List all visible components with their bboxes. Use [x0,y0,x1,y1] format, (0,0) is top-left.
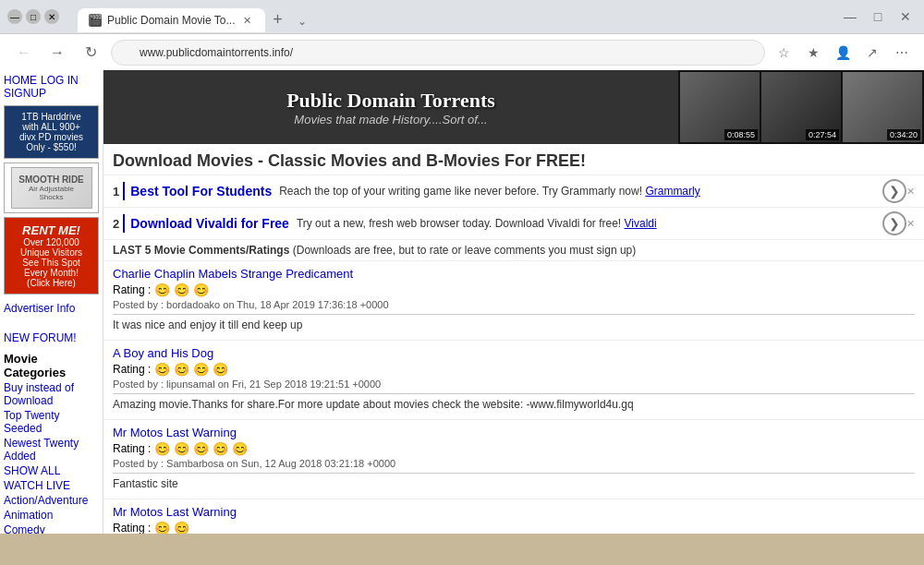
rating-label-2: Rating : [113,363,151,376]
ad-row-1: 1 Best Tool For Students Reach the top o… [103,175,924,208]
window-minimize-icon[interactable]: — [839,6,861,28]
rating-row-1: Rating : 😊 😊 😊 [113,282,915,297]
rating-row-2: Rating : 😊 😊 😊 😊 [113,362,915,377]
sidebar-category-2[interactable]: Newest Twenty Added [4,437,99,463]
ad-arrow-2[interactable]: ❯ [882,211,906,235]
menu-icon[interactable]: ⋯ [891,42,913,64]
movie-categories-heading: Movie Categories [4,352,99,379]
back-button[interactable]: ← [11,40,37,66]
page-wrapper: HOME LOG IN SIGNUP 1TB Harddrive with AL… [0,70,924,534]
bookmark-icon[interactable]: ☆ [772,42,795,64]
film-frame-2: 0:27:54 [761,72,841,142]
star-1b: 😊 [174,282,189,297]
rating-label-3: Rating : [113,442,151,455]
ad-title-1[interactable]: Best Tool For Students [130,184,272,198]
star-icon[interactable]: ★ [802,42,824,64]
hdd-ad[interactable]: 1TB Harddrive with ALL 900+ divx PD movi… [4,105,99,159]
ad-separator-1 [123,182,125,200]
maximize-button[interactable]: □ [26,9,41,24]
rent-title: RENT ME! [10,223,92,237]
sidebar-category-0[interactable]: Buy instead of Download [4,381,99,407]
ad-close-1[interactable]: ✕ [906,186,915,198]
comment-text-2: Amazing movie.Thanks for share.For more … [113,398,915,411]
tab-close-button[interactable]: ✕ [241,14,254,27]
film-duration-2: 0:27:54 [806,129,839,140]
rent-line1: Over 120,000 [10,237,92,247]
comment-meta-1: Posted by : bordadoako on Thu, 18 Apr 20… [113,299,915,310]
ad-row-2: 2 Download Vivaldi for Free Try out a ne… [103,208,924,240]
star-1a: 😊 [154,282,170,297]
hdd-ad-line2: with ALL 900+ [10,122,92,132]
rent-line2: Unique Visitors [10,247,92,258]
title-bar: — □ ✕ 🎬 Public Domain Movie To... ✕ + ⌄ … [0,0,924,33]
sidebar-category-7[interactable]: Comedy [4,523,99,534]
comments-header: LAST 5 Movie Comments/Ratings (Downloads… [103,240,924,261]
movie-categories-section: Movie Categories Buy instead of Download… [4,352,99,534]
divider-2 [113,393,915,394]
ad-close-2[interactable]: ✕ [906,218,915,230]
sidebar-category-4[interactable]: WATCH LIVE [4,479,99,492]
rent-me-ad[interactable]: RENT ME! Over 120,000 Unique Visitors Se… [4,217,99,295]
sidebar-home-link[interactable]: HOME [4,74,37,87]
advertiser-info-link[interactable]: Advertiser Info [4,302,99,315]
comment-movie-link-2[interactable]: A Boy and His Dog [113,346,213,360]
banner-title: Public Domain Torrents [286,89,495,113]
smooth-ride-ad[interactable]: SMOOTH RIDE Air Adjustable Shocks [4,162,99,213]
window-close-icon[interactable]: ✕ [894,6,917,28]
comment-movie-link-1[interactable]: Charlie Chaplin Mabels Strange Predicame… [113,267,353,281]
ad-arrow-1[interactable]: ❯ [882,179,906,203]
account-icon[interactable]: 👤 [832,42,854,64]
main-content: Public Domain Torrents Movies that made … [103,70,924,534]
hdd-ad-line4: Only - $550! [10,142,92,152]
rent-line5: (Click Here) [10,278,92,288]
new-tab-button[interactable]: + [265,6,291,32]
share-icon[interactable]: ↗ [861,42,883,64]
star-4a: 😊 [154,521,170,534]
star-3e: 😊 [232,441,248,456]
film-duration-3: 0:34:20 [887,129,920,140]
smooth-ride-image: SMOOTH RIDE Air Adjustable Shocks [11,167,92,209]
new-forum-link[interactable]: NEW FORUM! [4,331,99,344]
ad-separator-2 [123,214,125,233]
active-tab[interactable]: 🎬 Public Domain Movie To... ✕ [78,8,265,32]
nav-bar: ← → ↻ www.publicdomaintorrents.info/ ☆ ★… [0,33,924,70]
close-button[interactable]: ✕ [44,9,59,24]
ad-num-1: 1 [113,185,119,198]
star-3a: 😊 [154,441,170,456]
comment-movie-link-3[interactable]: Mr Motos Last Warning [113,426,237,439]
sidebar-category-3[interactable]: SHOW ALL [4,464,99,477]
sidebar-category-5[interactable]: Action/Adventure [4,494,99,507]
film-frame-3: 0:34:20 [843,72,922,142]
ad-desc-1: Reach the top of your writing game like … [279,185,877,198]
star-2d: 😊 [213,362,228,377]
sidebar-extra-links: Advertiser Info NEW FORUM! [4,302,99,344]
ad-link-1[interactable]: Grammarly [645,185,699,198]
tab-bar: 🎬 Public Domain Movie To... ✕ + ⌄ [70,1,321,32]
ad-link-2[interactable]: Vivaldi [625,217,657,230]
tab-favicon-icon: 🎬 [89,14,102,27]
sidebar-signup-link[interactable]: SIGNUP [4,87,46,100]
tab-title: Public Domain Movie To... [107,14,236,27]
comment-movie-link-4[interactable]: Mr Motos Last Warning [113,505,237,519]
sidebar-category-6[interactable]: Animation [4,509,99,522]
comment-2: A Boy and His Dog Rating : 😊 😊 😊 😊 Poste… [103,341,924,420]
comment-1: Charlie Chaplin Mabels Strange Predicame… [103,261,924,341]
header-banner: Public Domain Torrents Movies that made … [103,70,924,144]
window-nav-icons: — □ ✕ [839,6,917,28]
refresh-button[interactable]: ↻ [78,40,103,66]
forward-button[interactable]: → [44,40,70,66]
ad-title-2[interactable]: Download Vivaldi for Free [130,216,289,231]
minimize-button[interactable]: — [7,9,22,24]
tab-more-button[interactable]: ⌄ [291,10,313,32]
banner-thumbnails: 0:08:55 0:27:54 0:34:20 [678,70,924,144]
banner-subtitle: Movies that made History....Sort of... [294,113,487,126]
smooth-ride-text2: Shocks [18,193,84,201]
comments-header-text: LAST 5 Movie Comments/Ratings [113,244,289,257]
banner-main: Public Domain Torrents Movies that made … [103,70,678,144]
star-3c: 😊 [193,441,209,456]
sidebar-category-1[interactable]: Top Twenty Seeded [4,409,99,435]
sidebar-login-link[interactable]: LOG IN [41,74,79,87]
star-4b: 😊 [174,521,189,534]
window-maximize-icon[interactable]: □ [867,6,889,28]
address-bar[interactable]: www.publicdomaintorrents.info/ [111,40,765,66]
